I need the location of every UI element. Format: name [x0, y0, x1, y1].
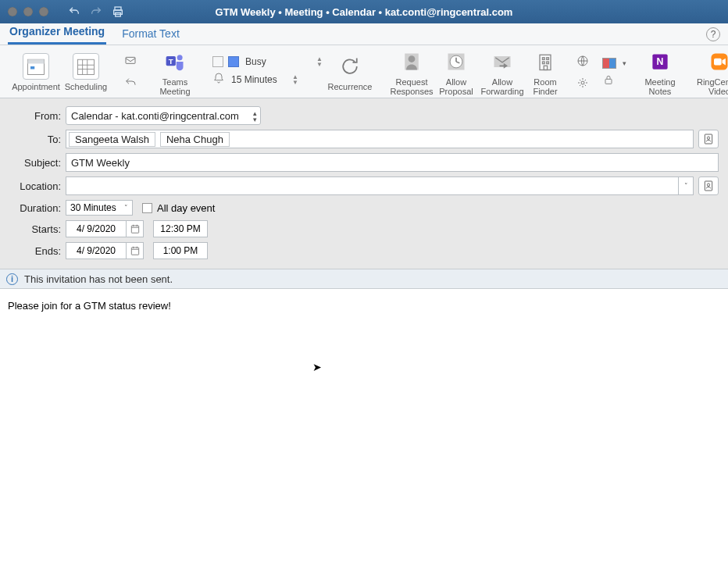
- svg-rect-6: [78, 59, 95, 74]
- scheduling-icon: [75, 55, 97, 77]
- room-finder-label: Room Finder: [533, 77, 557, 96]
- svg-point-29: [581, 81, 584, 84]
- traffic-lights: [0, 7, 48, 16]
- info-text: This invitation has not been sent.: [24, 273, 173, 285]
- building-icon: [534, 51, 556, 73]
- svg-rect-27: [544, 66, 547, 70]
- svg-point-36: [707, 137, 709, 139]
- ends-time-field[interactable]: 1:00 PM: [153, 242, 208, 259]
- room-finder-button[interactable]: Room Finder: [527, 47, 563, 96]
- reminder-value: 15 Minutes: [230, 74, 286, 85]
- reply-icon[interactable]: [123, 54, 137, 68]
- allow-proposal-label: Allow Proposal: [439, 77, 473, 96]
- ends-date-field[interactable]: 4/ 9/2020: [66, 242, 127, 259]
- allow-proposal-button[interactable]: Allow Proposal: [435, 47, 477, 96]
- svg-text:T: T: [169, 57, 173, 66]
- subject-field[interactable]: GTM Weekly: [66, 153, 719, 172]
- to-label: To:: [9, 134, 66, 145]
- location-picker-button[interactable]: [698, 176, 719, 195]
- reminder-stepper[interactable]: ▲▼: [291, 74, 300, 85]
- redo-button[interactable]: [89, 5, 103, 19]
- recurrence-icon: [339, 55, 361, 77]
- message-body[interactable]: Please join for a GTM status review! ➤: [0, 289, 728, 574]
- calendar-icon: [130, 245, 141, 256]
- from-value: Calendar - kat.conti@ringcentral.com: [71, 110, 239, 122]
- print-button[interactable]: [111, 5, 125, 19]
- mouse-cursor-icon: ➤: [312, 361, 322, 373]
- location-field[interactable]: [66, 176, 678, 195]
- svg-rect-30: [605, 79, 612, 84]
- from-select[interactable]: Calendar - kat.conti@ringcentral.com ▴▾: [66, 106, 261, 125]
- starts-time-field[interactable]: 12:30 PM: [153, 220, 208, 237]
- svg-rect-11: [126, 57, 135, 63]
- svg-point-16: [409, 55, 416, 62]
- help-button[interactable]: ?: [706, 27, 720, 41]
- scheduling-button[interactable]: Scheduling: [61, 52, 111, 91]
- close-window-button[interactable]: [8, 7, 17, 16]
- location-dropdown-button[interactable]: ˅: [678, 176, 694, 195]
- tab-format-text[interactable]: Format Text: [120, 24, 181, 45]
- starts-label: Starts:: [9, 223, 66, 235]
- svg-point-38: [707, 184, 709, 186]
- teams-meeting-button[interactable]: T Teams Meeting: [150, 47, 200, 96]
- meeting-notes-label: Meeting Notes: [644, 77, 675, 96]
- meeting-form: From: Calendar - kat.conti@ringcentral.c…: [0, 98, 728, 269]
- category-control[interactable]: ▾: [602, 58, 626, 69]
- reminder-control[interactable]: 15 Minutes ▲▼: [212, 72, 324, 87]
- ringcentral-video-button[interactable]: RingCentral Video: [694, 47, 728, 96]
- location-label: Location:: [9, 180, 66, 192]
- svg-text:N: N: [657, 56, 664, 67]
- tools-icon[interactable]: [576, 76, 590, 90]
- lock-icon: [602, 73, 615, 86]
- category-swatch-icon: [602, 58, 616, 69]
- calendar-icon: [130, 223, 141, 234]
- subject-value: GTM Weekly: [71, 157, 130, 169]
- appointment-label: Appointment: [12, 82, 60, 91]
- ends-label: Ends:: [9, 245, 66, 257]
- address-book-button[interactable]: [698, 130, 719, 148]
- blank-square-icon: [212, 56, 223, 67]
- meeting-notes-button[interactable]: N Meeting Notes: [639, 47, 681, 96]
- minimize-window-button[interactable]: [23, 7, 33, 16]
- duration-select[interactable]: 30 Minutes ˅: [66, 200, 133, 216]
- recipient-token[interactable]: Sangeeta Walsh: [69, 132, 155, 147]
- svg-rect-25: [543, 62, 545, 64]
- info-icon: i: [6, 273, 18, 285]
- teams-icon: T: [164, 51, 186, 73]
- globe-icon[interactable]: [576, 54, 590, 68]
- undo-button[interactable]: [67, 5, 81, 19]
- ribbon-tabs: Organizer Meeting Format Text ?: [0, 23, 728, 45]
- recurrence-button[interactable]: Recurrence: [324, 52, 376, 91]
- appointment-button[interactable]: Appointment: [11, 52, 61, 91]
- ends-date-picker[interactable]: [127, 242, 144, 259]
- allow-forwarding-button[interactable]: Allow Forwarding: [477, 47, 527, 96]
- svg-point-14: [177, 55, 183, 60]
- onenote-icon: N: [649, 51, 671, 73]
- show-as-control[interactable]: Busy ▲▼: [212, 56, 324, 67]
- svg-rect-26: [547, 62, 549, 64]
- starts-date-field[interactable]: 4/ 9/2020: [66, 220, 127, 237]
- address-book-icon: [702, 133, 715, 145]
- request-responses-label: Request Responses: [390, 77, 433, 96]
- private-control[interactable]: [602, 73, 626, 86]
- reply-all-icon[interactable]: [123, 76, 137, 90]
- svg-rect-39: [131, 226, 138, 233]
- window-titlebar: GTM Weekly • Meeting • Calendar • kat.co…: [0, 0, 728, 23]
- show-as-stepper[interactable]: ▲▼: [315, 56, 324, 67]
- calendar-icon: [25, 55, 47, 77]
- request-responses-button[interactable]: Request Responses: [388, 47, 435, 96]
- recipient-token[interactable]: Neha Chugh: [160, 132, 230, 147]
- starts-date-picker[interactable]: [127, 220, 144, 237]
- allday-label: All day event: [157, 202, 215, 214]
- forward-icon: [491, 51, 513, 73]
- svg-rect-24: [547, 58, 549, 60]
- allday-checkbox[interactable]: [142, 203, 152, 213]
- zoom-window-button[interactable]: [39, 7, 48, 16]
- to-field[interactable]: Sangeeta Walsh Neha Chugh: [66, 130, 694, 148]
- duration-label: Duration:: [9, 202, 66, 214]
- svg-rect-43: [131, 248, 138, 255]
- subject-label: Subject:: [9, 157, 66, 169]
- svg-rect-23: [543, 58, 545, 60]
- clock-icon: [445, 51, 467, 73]
- tab-organizer-meeting[interactable]: Organizer Meeting: [8, 22, 106, 45]
